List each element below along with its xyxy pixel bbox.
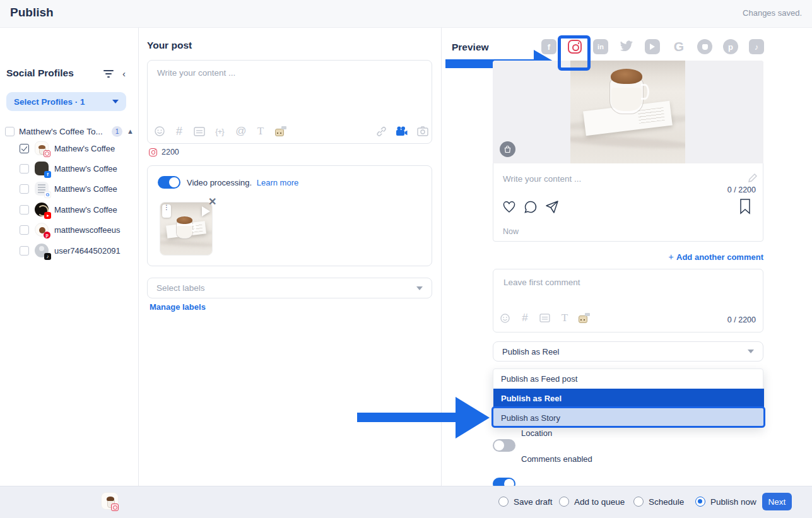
profile-group-row[interactable]: Matthew's Coffee To... 1 ▲ bbox=[5, 126, 134, 137]
photo-icon[interactable] bbox=[416, 125, 430, 138]
tab-google[interactable]: G bbox=[671, 39, 686, 54]
labels-select[interactable]: Select labels bbox=[147, 278, 432, 298]
group-checkbox[interactable] bbox=[5, 127, 15, 136]
edit-caption-icon[interactable] bbox=[748, 174, 757, 185]
text-style-icon[interactable]: T bbox=[558, 312, 572, 324]
tab-tiktok[interactable]: ♪ bbox=[749, 39, 764, 54]
radio-label: Publish now bbox=[710, 497, 756, 507]
preview-action-icons bbox=[502, 199, 560, 215]
manage-labels-link[interactable]: Manage labels bbox=[150, 302, 206, 312]
profile-row-instagram[interactable]: Mathew's Coffee bbox=[20, 141, 136, 156]
like-icon bbox=[502, 199, 517, 215]
page-title: Publish bbox=[10, 6, 54, 20]
profile-row-google[interactable]: G Matthew's Coffee bbox=[20, 181, 136, 196]
youtube-icon bbox=[44, 212, 51, 219]
instagram-char-limit: 2200 bbox=[149, 148, 179, 156]
link-icon[interactable] bbox=[374, 125, 388, 138]
tab-youtube[interactable] bbox=[645, 39, 660, 54]
tab-pinterest[interactable]: p bbox=[723, 39, 738, 54]
annotation-arrow-head bbox=[456, 397, 490, 439]
ai-assistant-icon[interactable] bbox=[577, 312, 591, 324]
tag-products-icon[interactable] bbox=[500, 141, 515, 157]
profile-row-facebook[interactable]: f Matthew's Coffee bbox=[20, 161, 136, 176]
save-status: Changes saved. bbox=[743, 8, 802, 18]
editor-placeholder: Write your content ... bbox=[157, 68, 235, 78]
twitter-icon bbox=[619, 40, 634, 53]
radio-icon[interactable] bbox=[559, 497, 569, 507]
select-profiles-dropdown[interactable]: Select Profiles · 1 bbox=[6, 92, 126, 111]
pinterest-icon: p bbox=[723, 39, 738, 54]
hashtag-icon[interactable]: # bbox=[172, 125, 186, 138]
drag-handle-icon[interactable]: ⋮ bbox=[162, 204, 171, 218]
radio-icon[interactable] bbox=[695, 497, 705, 507]
profile-checkbox[interactable] bbox=[20, 225, 29, 235]
caption-char-counter: 0 / 2200 bbox=[662, 185, 756, 194]
chevron-down-icon bbox=[748, 350, 754, 353]
profile-name: Matthew's Coffee bbox=[54, 184, 117, 194]
profile-checkbox[interactable] bbox=[20, 184, 29, 194]
post-content-editor[interactable]: Write your content ... bbox=[147, 60, 432, 144]
radio-icon[interactable] bbox=[498, 497, 509, 507]
radio-save-draft[interactable]: Save draft bbox=[498, 497, 553, 507]
saved-replies-icon[interactable] bbox=[192, 125, 206, 138]
instagram-icon bbox=[44, 150, 50, 157]
add-comment-link[interactable]: + Add another comment bbox=[0, 251, 763, 262]
video-processing-label: Video processing. Learn more bbox=[187, 178, 298, 187]
avatar bbox=[35, 203, 49, 216]
profile-checkbox[interactable] bbox=[20, 205, 29, 215]
profile-checkbox[interactable] bbox=[20, 144, 29, 153]
avatar: G bbox=[35, 182, 49, 196]
menu-option-feed-post[interactable]: Publish as Feed post bbox=[493, 369, 764, 389]
char-limit-value: 2200 bbox=[162, 148, 179, 156]
top-bar: Publish Changes saved. bbox=[0, 0, 812, 28]
annotation-arrow-story bbox=[357, 413, 456, 422]
snippet-icon[interactable]: {+} bbox=[213, 125, 227, 138]
saved-replies-icon[interactable] bbox=[538, 312, 551, 324]
profile-row-pinterest[interactable]: p matthewscoffeeus bbox=[20, 222, 136, 237]
hashtag-icon[interactable]: # bbox=[518, 312, 532, 324]
group-name: Matthew's Coffee To... bbox=[19, 127, 107, 136]
annotation-box-story bbox=[491, 406, 765, 428]
emoji-icon[interactable] bbox=[498, 312, 512, 324]
ai-assistant-icon[interactable] bbox=[274, 125, 288, 138]
comment-char-counter: 0 / 2200 bbox=[662, 315, 756, 324]
profile-checkbox[interactable] bbox=[20, 164, 29, 174]
avatar: f bbox=[35, 162, 49, 175]
radio-add-to-queue[interactable]: Add to queue bbox=[559, 497, 625, 507]
avatar: p bbox=[35, 223, 49, 237]
radio-icon[interactable] bbox=[633, 497, 644, 507]
video-processing-toggle[interactable] bbox=[158, 176, 180, 189]
location-toggle[interactable] bbox=[493, 439, 515, 452]
publish-type-select[interactable]: Publish as Reel bbox=[493, 341, 763, 362]
menu-option-reel[interactable]: Publish as Reel bbox=[493, 389, 764, 408]
tab-linkedin[interactable]: in bbox=[593, 39, 608, 54]
learn-more-link[interactable]: Learn more bbox=[257, 178, 298, 187]
tab-mastodon[interactable] bbox=[697, 39, 712, 54]
mention-icon[interactable]: @ bbox=[234, 125, 248, 138]
preview-caption-placeholder: Write your content ... bbox=[503, 174, 581, 184]
filter-icon[interactable] bbox=[103, 69, 114, 81]
linkedin-icon: in bbox=[593, 39, 608, 54]
annotation-box-instagram bbox=[558, 35, 591, 71]
tab-twitter[interactable] bbox=[619, 39, 634, 54]
add-comment-label: Add another comment bbox=[676, 252, 763, 262]
text-style-icon[interactable]: T bbox=[254, 125, 268, 138]
radio-publish-now[interactable]: Publish now bbox=[695, 497, 756, 507]
instagram-icon bbox=[149, 148, 157, 156]
emoji-icon[interactable] bbox=[153, 125, 167, 138]
next-button[interactable]: Next bbox=[762, 493, 792, 510]
radio-label: Schedule bbox=[649, 497, 684, 507]
remove-media-icon[interactable]: ✕ bbox=[208, 196, 216, 208]
plus-icon: + bbox=[668, 252, 673, 262]
radio-schedule[interactable]: Schedule bbox=[633, 497, 684, 507]
bookmark-icon bbox=[738, 198, 752, 217]
collapse-sidebar-icon[interactable]: ‹ bbox=[122, 68, 126, 79]
chevron-up-icon[interactable]: ▲ bbox=[127, 127, 134, 135]
radio-label: Save draft bbox=[514, 497, 553, 507]
sidebar-title: Social Profiles bbox=[6, 68, 74, 79]
video-icon[interactable] bbox=[395, 125, 409, 138]
group-count-badge: 1 bbox=[112, 126, 122, 137]
profile-row-youtube[interactable]: Matthew's Coffee bbox=[20, 202, 136, 217]
profile-name: Mathew's Coffee bbox=[54, 144, 115, 153]
publish-type-value: Publish as Reel bbox=[502, 347, 748, 356]
